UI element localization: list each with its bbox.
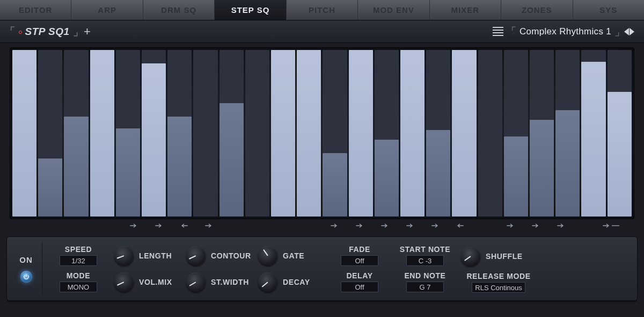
step-dir-16[interactable] <box>398 220 422 231</box>
add-module-button[interactable]: + <box>84 25 91 39</box>
step-11[interactable] <box>271 50 295 217</box>
bracket-left-icon: ⌜ <box>511 25 516 39</box>
step-dir-3 <box>72 220 96 231</box>
step-16[interactable] <box>400 50 425 217</box>
step-17[interactable] <box>426 50 450 217</box>
contour-knob[interactable] <box>186 246 206 265</box>
step-dir-1 <box>21 220 45 231</box>
step-21[interactable] <box>530 50 554 217</box>
stwidth-knob[interactable] <box>186 272 206 292</box>
step-dir-15[interactable] <box>373 220 397 231</box>
release-value[interactable]: RLS Continous <box>472 282 525 293</box>
tab-mixer[interactable]: MIXER <box>430 0 501 20</box>
bracket-right-icon: ⌟ <box>73 25 79 39</box>
delay-value[interactable]: Off <box>341 282 378 292</box>
step-13[interactable] <box>323 50 347 217</box>
preset-prev-button[interactable] <box>624 28 629 35</box>
tab-drm-sq[interactable]: DRM SQ <box>143 0 215 20</box>
endnote-value[interactable]: G 7 <box>406 282 444 292</box>
step-3[interactable] <box>64 50 88 217</box>
preset-selector[interactable]: ⌜ Complex Rhythmics 1 ⌟ <box>511 25 620 39</box>
step-dir-2 <box>47 220 70 231</box>
step-9[interactable] <box>219 50 244 217</box>
tab-step-sq[interactable]: STEP SQ <box>215 0 286 20</box>
volmix-label: VOL.MIX <box>139 278 172 286</box>
step-dir-20[interactable] <box>499 220 522 231</box>
step-dir-6[interactable] <box>147 220 171 231</box>
arrow-right-icon <box>602 222 611 229</box>
decay-label: DECAY <box>283 278 310 286</box>
step-6[interactable] <box>142 50 166 217</box>
step-dir-9 <box>222 220 246 231</box>
arrow-right-icon <box>431 222 440 229</box>
endnote-label: END NOTE <box>404 271 445 280</box>
step-dir-8[interactable] <box>197 220 221 231</box>
step-dir-18[interactable] <box>449 220 472 231</box>
step-20[interactable] <box>504 50 528 217</box>
step-7[interactable] <box>167 50 192 217</box>
step-2[interactable] <box>38 50 62 217</box>
step-direction-row <box>10 219 634 231</box>
step-dir-23 <box>574 220 598 231</box>
power-button[interactable] <box>20 271 32 283</box>
step-12[interactable] <box>297 50 321 217</box>
step-24[interactable] <box>608 50 632 217</box>
step-14[interactable] <box>349 50 373 217</box>
module-name-selector[interactable]: ⌜ STP SQ1 ⌟ <box>10 25 78 39</box>
step-15[interactable] <box>375 50 399 217</box>
volmix-knob[interactable] <box>114 272 134 292</box>
record-indicator-icon <box>19 31 22 34</box>
mode-label: MODE <box>67 271 90 280</box>
preset-name-label: Complex Rhythmics 1 <box>519 26 611 37</box>
tab-sys[interactable]: SYS <box>573 0 644 20</box>
step-dir-24[interactable] <box>599 220 623 231</box>
step-dir-5[interactable] <box>122 220 145 231</box>
arrow-right-icon <box>531 222 540 229</box>
step-dir-13[interactable] <box>323 220 347 231</box>
arrow-right-icon <box>155 222 163 229</box>
step-dir-22[interactable] <box>549 220 573 231</box>
step-4[interactable] <box>90 50 114 217</box>
decay-knob[interactable] <box>258 272 277 292</box>
step-5[interactable] <box>116 50 140 217</box>
step-19[interactable] <box>478 50 502 217</box>
contour-label: CONTOUR <box>211 251 251 260</box>
release-label: RELEASE MODE <box>466 272 530 280</box>
step-dir-17[interactable] <box>423 220 447 231</box>
arrow-right-icon <box>355 222 364 229</box>
step-22[interactable] <box>555 50 580 217</box>
step-23[interactable] <box>581 50 605 217</box>
arrow-right-icon <box>204 222 213 229</box>
tab-editor[interactable]: EDITOR <box>0 0 71 20</box>
shuffle-knob[interactable] <box>461 247 480 266</box>
step-dir-7[interactable] <box>172 220 196 231</box>
step-dir-21[interactable] <box>524 220 547 231</box>
gate-knob[interactable] <box>258 246 277 265</box>
fade-value[interactable]: Off <box>341 255 378 266</box>
step-1[interactable] <box>12 50 36 217</box>
length-knob[interactable] <box>114 246 134 265</box>
step-18[interactable] <box>452 50 476 217</box>
step-10[interactable] <box>245 50 269 217</box>
power-label: ON <box>19 255 33 264</box>
step-dir-14[interactable] <box>348 220 371 231</box>
tab-pitch[interactable]: PITCH <box>287 0 358 20</box>
preset-next-button[interactable] <box>630 28 634 35</box>
step-dir-19 <box>473 220 497 231</box>
step-8[interactable] <box>193 50 217 217</box>
step-dir-4 <box>97 220 120 231</box>
gate-label: GATE <box>283 251 304 260</box>
arrow-right-icon <box>557 222 565 229</box>
arrow-right-icon <box>380 222 389 229</box>
tab-arp[interactable]: ARP <box>71 0 143 20</box>
mode-value[interactable]: MONO <box>60 282 97 292</box>
tab-zones[interactable]: ZONES <box>501 0 573 20</box>
tab-mod-env[interactable]: MOD ENV <box>358 0 429 20</box>
arrow-right-icon <box>406 222 414 229</box>
speed-value[interactable]: 1/32 <box>60 255 97 266</box>
startnote-value[interactable]: C -3 <box>406 255 444 266</box>
control-panel: ON SPEED 1/32 MODE MONO LENGTH VOL.MIX C… <box>6 236 638 301</box>
step-sequencer[interactable] <box>10 47 634 219</box>
preset-menu-icon[interactable] <box>493 25 503 38</box>
module-header: ⌜ STP SQ1 ⌟ + ⌜ Complex Rhythmics 1 ⌟ <box>0 20 644 43</box>
